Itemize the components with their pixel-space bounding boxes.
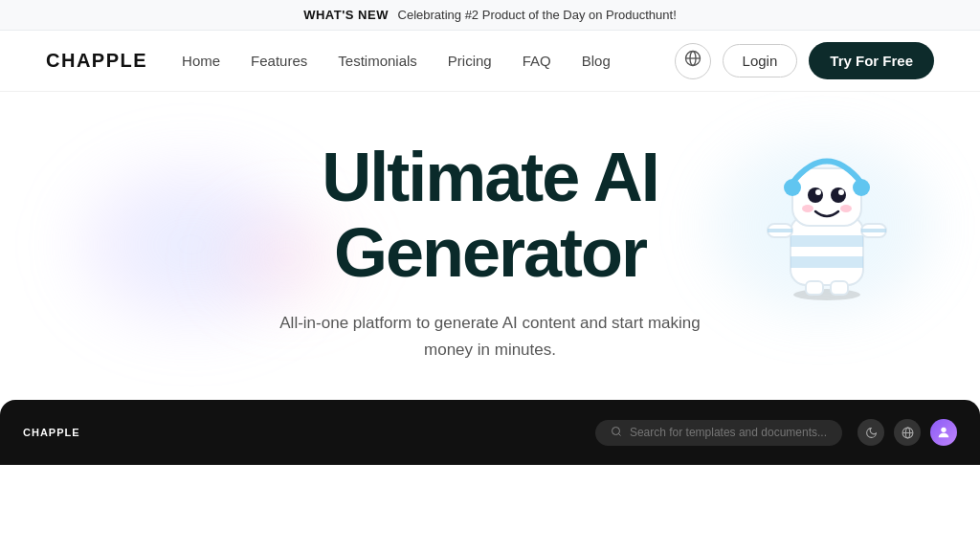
app-preview-icon-group	[858, 419, 957, 446]
svg-rect-21	[831, 281, 848, 295]
nav-item-features[interactable]: Features	[251, 53, 307, 69]
svg-rect-19	[861, 229, 886, 232]
robot-character	[750, 111, 903, 302]
announcement-bar: WHAT'S NEW Celebrating #2 Product of the…	[0, 0, 980, 31]
svg-rect-5	[791, 235, 863, 247]
hero-title: Ultimate AI Generator	[155, 140, 825, 291]
nav-links: Home Features Testimonials Pricing FAQ B…	[182, 53, 675, 69]
app-preview-search[interactable]: Search for templates and documents...	[595, 420, 842, 446]
nav-actions: Login Try For Free	[675, 42, 934, 80]
svg-rect-20	[806, 281, 823, 295]
try-free-button[interactable]: Try For Free	[809, 42, 934, 80]
svg-point-10	[808, 187, 823, 203]
svg-point-3	[793, 289, 860, 300]
user-avatar[interactable]	[930, 419, 957, 446]
login-button[interactable]: Login	[723, 44, 798, 77]
app-preview-logo: CHAPPLE	[23, 427, 80, 438]
svg-point-15	[840, 205, 852, 212]
search-icon	[611, 426, 622, 440]
hero-subtitle: All-in-one platform to generate AI conte…	[260, 310, 720, 362]
app-preview-bar: CHAPPLE Search for templates and documen…	[0, 400, 980, 465]
moon-icon[interactable]	[858, 419, 884, 446]
svg-point-14	[802, 205, 813, 212]
nav-item-home[interactable]: Home	[182, 53, 220, 69]
svg-point-11	[831, 187, 846, 203]
svg-line-23	[618, 433, 620, 435]
robot-illustration	[750, 111, 903, 302]
whats-new-label: WHAT'S NEW	[303, 8, 389, 22]
svg-rect-18	[768, 229, 792, 232]
svg-point-9	[853, 179, 870, 196]
svg-point-12	[815, 189, 821, 195]
nav-item-faq[interactable]: FAQ	[523, 53, 551, 69]
svg-rect-6	[791, 256, 863, 268]
nav-logo[interactable]: CHAPPLE	[46, 50, 147, 72]
hero-section: Ultimate AI Generator All-in-one platfor…	[0, 92, 980, 465]
svg-point-22	[612, 427, 619, 434]
svg-point-13	[838, 189, 844, 195]
nav-item-blog[interactable]: Blog	[582, 53, 611, 69]
nav-item-pricing[interactable]: Pricing	[448, 53, 492, 69]
svg-point-27	[941, 428, 946, 432]
globe-icon	[684, 50, 702, 72]
nav-item-testimonials[interactable]: Testimonials	[338, 53, 417, 69]
svg-point-8	[784, 179, 801, 196]
globe-small-icon[interactable]	[894, 419, 921, 446]
language-selector-button[interactable]	[675, 43, 711, 79]
navigation: CHAPPLE Home Features Testimonials Prici…	[0, 31, 980, 92]
search-placeholder: Search for templates and documents...	[630, 426, 827, 439]
announcement-message: Celebrating #2 Product of the Day on Pro…	[398, 8, 677, 22]
